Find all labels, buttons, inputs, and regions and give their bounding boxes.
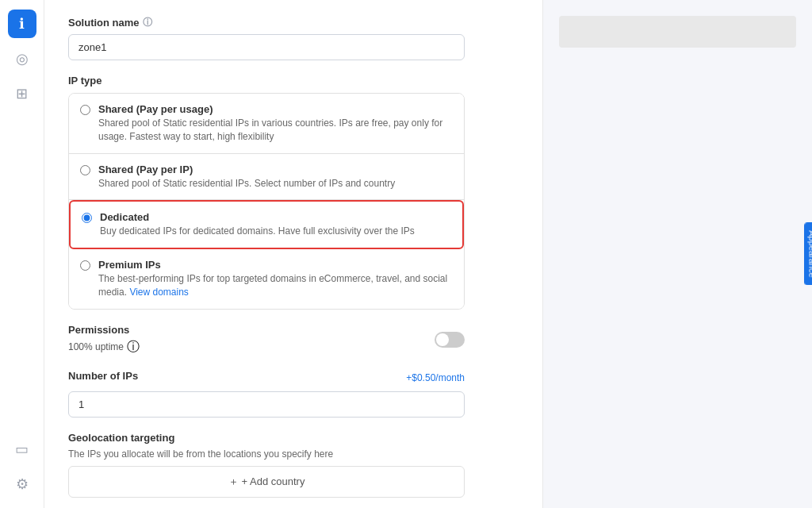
main-content: Solution name ⓘ IP type Shared (Pay per … xyxy=(44,0,542,508)
permissions-section: Permissions 100% uptime ⓘ xyxy=(68,324,465,356)
sidebar-item-layers[interactable]: ⊞ xyxy=(8,79,36,108)
ip-type-label: IP type xyxy=(68,75,465,87)
shared-ip-desc: Shared pool of Static residential IPs. S… xyxy=(98,177,395,190)
solution-name-label: Solution name ⓘ xyxy=(68,16,465,29)
geo-desc: The IPs you allocate will be from the lo… xyxy=(68,448,465,460)
shared-usage-title: Shared (Pay per usage) xyxy=(98,103,453,115)
ip-option-dedicated[interactable]: Dedicated Buy dedicated IPs for dedicate… xyxy=(69,200,464,249)
shared-ip-title: Shared (Pay per IP) xyxy=(98,164,395,175)
card-icon: ▭ xyxy=(15,441,29,458)
solution-name-info-icon[interactable]: ⓘ xyxy=(143,16,152,29)
right-panel-placeholder xyxy=(559,16,796,48)
ip-radio-premium[interactable] xyxy=(80,260,90,271)
num-ips-label: Number of IPs xyxy=(68,370,138,382)
ip-radio-shared-usage[interactable] xyxy=(80,105,90,115)
uptime-toggle[interactable] xyxy=(435,332,465,348)
shared-usage-desc: Shared pool of Static residential IPs in… xyxy=(98,117,453,144)
sidebar-item-location[interactable]: ◎ xyxy=(8,44,36,73)
sidebar-bottom: ▭ ⚙ xyxy=(8,435,36,498)
permissions-label: Permissions xyxy=(68,324,140,336)
geo-targeting-section: Geolocation targeting The IPs you alloca… xyxy=(68,432,465,498)
location-icon: ◎ xyxy=(16,50,29,67)
form-section: Solution name ⓘ IP type Shared (Pay per … xyxy=(68,16,465,508)
geo-label: Geolocation targeting xyxy=(68,432,465,444)
dedicated-title: Dedicated xyxy=(100,211,415,223)
num-ips-input[interactable] xyxy=(68,391,465,418)
ip-option-premium[interactable]: Premium IPs The best-performing IPs for … xyxy=(69,249,464,309)
dedicated-desc: Buy dedicated IPs for dedicated domains.… xyxy=(100,225,415,238)
solution-name-input[interactable] xyxy=(68,34,465,60)
ip-radio-shared-ip[interactable] xyxy=(80,165,90,175)
sidebar-item-info[interactable]: ℹ xyxy=(8,10,36,38)
sidebar-item-card[interactable]: ▭ xyxy=(8,435,36,464)
feedback-tab[interactable]: Appearance xyxy=(804,222,812,285)
num-ips-field: Number of IPs +$0.50/month xyxy=(68,370,465,418)
sidebar: ℹ ◎ ⊞ ▭ ⚙ xyxy=(0,0,44,508)
premium-desc: The best-performing IPs for top targeted… xyxy=(98,272,453,299)
add-country-button[interactable]: ＋ + Add country xyxy=(68,466,465,498)
info-icon: ℹ xyxy=(19,15,25,33)
ip-option-shared-ip[interactable]: Shared (Pay per IP) Shared pool of Stati… xyxy=(69,154,464,201)
plus-icon: ＋ xyxy=(228,475,239,489)
ip-radio-dedicated[interactable] xyxy=(82,213,92,223)
uptime-info-icon[interactable]: ⓘ xyxy=(127,339,140,356)
premium-title: Premium IPs xyxy=(98,259,453,271)
view-domains-link[interactable]: View domains xyxy=(129,287,188,298)
ip-options-box: Shared (Pay per usage) Shared pool of St… xyxy=(68,93,465,310)
sidebar-item-settings[interactable]: ⚙ xyxy=(8,470,36,498)
num-ips-price: +$0.50/month xyxy=(406,372,465,383)
right-panel xyxy=(542,0,812,508)
layers-icon: ⊞ xyxy=(16,85,28,102)
ip-option-shared-usage[interactable]: Shared (Pay per usage) Shared pool of St… xyxy=(69,94,464,154)
settings-icon: ⚙ xyxy=(16,475,29,493)
uptime-label: 100% uptime xyxy=(68,341,124,352)
solution-name-field: Solution name ⓘ xyxy=(68,16,465,60)
